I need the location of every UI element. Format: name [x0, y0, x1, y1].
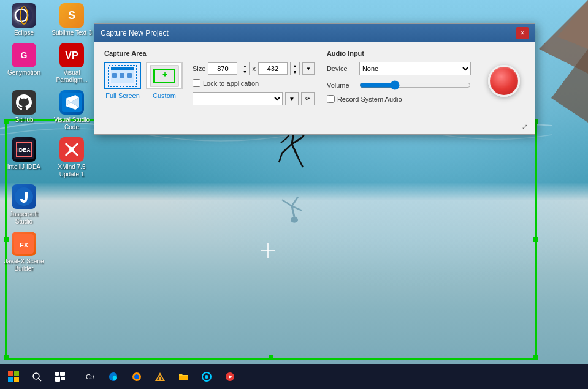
size-preset-dropdown[interactable]: ▼ [302, 62, 315, 75]
vp-icon: VP [59, 43, 84, 67]
misc-button[interactable] [196, 366, 218, 388]
desktop-icon-vscode[interactable]: Visual Studio Code [51, 90, 93, 131]
javafx-icon: FX [12, 232, 36, 256]
dialog-footer: ⤢ [94, 119, 535, 134]
intellij-icon: IDEA [12, 137, 36, 162]
desktop-icon-jaspersoft[interactable]: Jaspersoft Studio [3, 184, 45, 225]
volume-slider[interactable] [359, 80, 471, 90]
height-spinner: ▲ ▼ [290, 62, 300, 75]
capture-options: Full Screen Custom [104, 62, 315, 105]
svg-line-15 [282, 200, 292, 206]
svg-point-50 [205, 375, 208, 379]
record-button-area [483, 50, 525, 111]
svg-rect-42 [55, 377, 60, 382]
svg-text:VP: VP [65, 50, 78, 61]
svg-line-5 [282, 144, 292, 153]
custom-option[interactable]: Custom [146, 62, 183, 99]
cmd-button[interactable]: C:\ [79, 366, 101, 388]
record-system-audio-checkbox[interactable] [327, 95, 335, 103]
desktop-icon-github[interactable]: GitHub [3, 90, 45, 131]
desktop-icons-container: Eclipse S Sublime Text 3 G Genymotion [3, 3, 93, 273]
svg-text:IDEA: IDEA [17, 147, 31, 153]
desktop-icon-xmind[interactable]: XMind 7.5 Update 1 [51, 137, 93, 178]
jaspersoft-label: Jaspersoft Studio [3, 211, 45, 225]
height-up-button[interactable]: ▲ [291, 62, 299, 69]
svg-point-30 [69, 147, 74, 152]
custom-thumb[interactable] [146, 62, 183, 89]
firefox-button[interactable] [126, 366, 148, 388]
record-system-audio-label: Record System Audio [337, 96, 402, 103]
vlc-button[interactable] [149, 366, 171, 388]
svg-line-10 [298, 157, 303, 167]
files-button[interactable] [172, 366, 194, 388]
svg-rect-48 [159, 377, 161, 380]
capture-area-label: Capture Area [104, 50, 315, 57]
width-up-button[interactable]: ▲ [240, 62, 249, 69]
svg-line-17 [292, 197, 298, 206]
taskbar: C:\ [0, 364, 588, 389]
svg-rect-40 [55, 372, 59, 376]
icon-row-2: G Genymotion VP Visual Paradigm... [3, 43, 93, 84]
lock-label: Lock to application [203, 80, 259, 87]
desktop-icon-sublime[interactable]: S Sublime Text 3 [51, 3, 93, 37]
svg-text:FX: FX [20, 241, 29, 249]
custom-preview [149, 64, 180, 88]
dialog-resize-handle[interactable]: ⤢ [520, 122, 530, 132]
xmind-label: XMind 7.5 Update 1 [51, 164, 93, 178]
svg-rect-41 [60, 372, 65, 376]
start-button[interactable] [2, 366, 25, 388]
size-label: Size [193, 65, 205, 72]
svg-rect-58 [127, 73, 132, 78]
size-controls: Size ▲ ▼ x ▲ ▼ ▼ [193, 62, 315, 105]
svg-point-31 [15, 187, 33, 206]
desktop-icon-javafx[interactable]: FX JavaFX Scene Builder [3, 232, 45, 273]
height-down-button[interactable]: ▼ [291, 69, 299, 75]
size-x-separator: x [252, 65, 256, 72]
device-select[interactable]: None Default Microphone [359, 62, 471, 75]
desktop-icon-genymotion[interactable]: G Genymotion [3, 43, 45, 84]
icon-row-6: FX JavaFX Scene Builder [3, 232, 93, 273]
volume-label: Volume [327, 81, 354, 89]
device-label: Device [327, 65, 354, 72]
icon-row-1: Eclipse S Sublime Text 3 [3, 3, 93, 37]
svg-line-12 [281, 139, 286, 143]
size-height-input[interactable] [258, 62, 288, 75]
window-refresh-button[interactable]: ⟳ [301, 92, 315, 105]
svg-rect-34 [8, 371, 13, 376]
size-width-input[interactable] [208, 62, 237, 75]
dialog-close-button[interactable]: × [516, 27, 529, 39]
width-down-button[interactable]: ▼ [240, 69, 249, 75]
vp-label: Visual Paradigm... [51, 69, 93, 84]
width-spinner: ▲ ▼ [240, 62, 250, 75]
crosshair [261, 243, 275, 258]
record-button[interactable] [488, 65, 520, 97]
runner-reflection [276, 194, 313, 224]
svg-line-39 [39, 379, 41, 381]
desktop-icon-vp[interactable]: VP Visual Paradigm... [51, 43, 93, 84]
misc2-button[interactable] [219, 366, 241, 388]
desktop-icon-intellij[interactable]: IDEA IntelliJ IDEA [3, 137, 45, 178]
icon-row-3: GitHub Visual Studio Code [3, 90, 93, 131]
window-select-icon[interactable]: ▼ [285, 92, 299, 105]
lock-checkbox[interactable] [193, 79, 200, 87]
svg-rect-56 [112, 73, 117, 78]
window-select[interactable] [193, 92, 283, 105]
svg-line-6 [279, 153, 282, 162]
dialog-titlebar: Capture New Project × [94, 24, 535, 42]
fullscreen-option[interactable]: Full Screen [104, 62, 141, 99]
size-row: Size ▲ ▼ x ▲ ▼ ▼ [193, 62, 315, 75]
intellij-label: IntelliJ IDEA [7, 164, 40, 171]
svg-text:G: G [21, 50, 28, 60]
search-button[interactable] [26, 366, 48, 388]
icon-row-4: IDEA IntelliJ IDEA XMind 7.5 Update 1 [3, 137, 93, 178]
audio-input-label: Audio Input [327, 50, 471, 57]
desktop-icon-eclipse[interactable]: Eclipse [3, 3, 45, 37]
svg-rect-35 [14, 371, 19, 376]
task-view-button[interactable] [49, 366, 71, 388]
dialog-body: Capture Area [94, 42, 535, 119]
capture-dialog: Capture New Project × Capture Area [94, 23, 535, 135]
volume-row: Volume [327, 80, 471, 90]
edge-button[interactable] [102, 366, 124, 388]
genymotion-icon: G [12, 43, 36, 67]
fullscreen-thumb[interactable] [104, 62, 141, 89]
